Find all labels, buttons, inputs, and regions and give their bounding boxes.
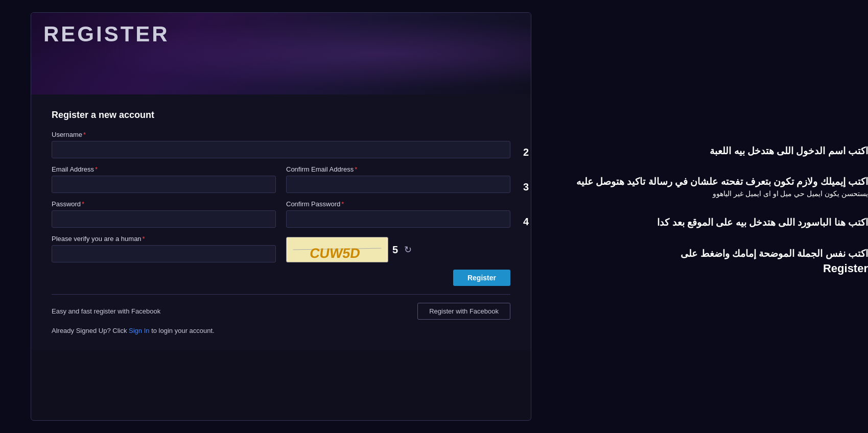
annotation-5-sub: Register <box>681 261 868 277</box>
annotation-5-title: اكتب نفس الجملة الموضحة إمامك واضغط على <box>681 247 868 261</box>
captcha-label: Please verify you are a human* <box>52 235 276 243</box>
confirm-email-input[interactable] <box>286 176 510 193</box>
register-banner: REGISTER <box>31 13 531 94</box>
captcha-image-area: CUW5D 5 ↻ <box>286 237 510 262</box>
signin-link[interactable]: Sign In <box>129 327 149 334</box>
facebook-text: Easy and fast register with Facebook <box>52 307 160 315</box>
annotation-4: اكتب هنا الباسورد اللى هتدخل بيه على الم… <box>552 216 868 230</box>
email-label: Email Address* <box>52 165 276 173</box>
step-number-3: 3 <box>523 181 529 193</box>
signin-prefix: Already Signed Up? Click <box>52 327 127 334</box>
annotation-2: اكتب اسم الدخول اللى هتدخل بيه اللعبة <box>552 145 868 158</box>
signin-row: Already Signed Up? Click Sign In to logi… <box>52 327 510 334</box>
captcha-input-group: Please verify you are a human* <box>52 235 276 262</box>
username-input[interactable] <box>52 141 510 158</box>
password-input[interactable] <box>52 210 276 228</box>
facebook-row: Easy and fast register with Facebook Reg… <box>52 303 510 320</box>
page-title: REGISTER <box>43 22 170 46</box>
captcha-image: CUW5D <box>286 237 388 262</box>
register-with-facebook-button[interactable]: Register with Facebook <box>417 303 510 320</box>
annotation-3-title: اكتب إيميلك ولازم تكون بتعرف تفحته علشان… <box>576 175 868 189</box>
register-button-row: Register <box>52 270 510 286</box>
annotation-3: اكتب إيميلك ولازم تكون بتعرف تفحته علشان… <box>552 175 868 199</box>
annotation-4-text: اكتب هنا الباسورد اللى هتدخل بيه على الم… <box>657 216 868 230</box>
confirm-password-input[interactable] <box>286 210 510 228</box>
divider <box>52 294 510 295</box>
annotation-3-sub: يستحسن يكون ايميل حي ميل او اى ايميل غير… <box>576 189 868 199</box>
confirm-email-label: Confirm Email Address* <box>286 165 510 173</box>
step-number-2: 2 <box>523 147 529 158</box>
register-form-area: Register a new account Username* 2 Email… <box>31 94 531 350</box>
email-group: Email Address* <box>52 165 276 193</box>
register-panel: REGISTER Register a new account Username… <box>31 12 531 421</box>
confirm-email-group: Confirm Email Address* <box>286 165 510 193</box>
register-button[interactable]: Register <box>453 270 510 286</box>
password-group: Password* <box>52 200 276 228</box>
captcha-input[interactable] <box>52 245 276 262</box>
step-number-4: 4 <box>523 216 529 228</box>
step-number-5: 5 <box>392 244 398 256</box>
page-wrapper: REGISTER Register a new account Username… <box>0 0 868 433</box>
password-label: Password* <box>52 200 276 208</box>
email-row: Email Address* Confirm Email Address* <box>52 165 510 193</box>
confirm-password-group: Confirm Password* <box>286 200 510 228</box>
captcha-row: Please verify you are a human* CUW5D <box>52 235 510 262</box>
email-input[interactable] <box>52 176 276 193</box>
username-group: Username* <box>52 131 510 158</box>
captcha-refresh-button[interactable]: ↻ <box>402 242 414 257</box>
annotation-2-text: اكتب اسم الدخول اللى هتدخل بيه اللعبة <box>710 145 868 158</box>
signin-suffix: to login your account. <box>151 327 215 334</box>
username-label: Username* <box>52 131 510 138</box>
form-heading: Register a new account <box>52 110 510 121</box>
annotation-5: اكتب نفس الجملة الموضحة إمامك واضغط على … <box>552 247 868 276</box>
confirm-password-label: Confirm Password* <box>286 200 510 208</box>
svg-text:CUW5D: CUW5D <box>309 246 361 261</box>
password-row: Password* Confirm Password* <box>52 200 510 228</box>
annotation-panel: اكتب اسم الدخول اللى هتدخل بيه اللعبة اك… <box>531 145 868 289</box>
